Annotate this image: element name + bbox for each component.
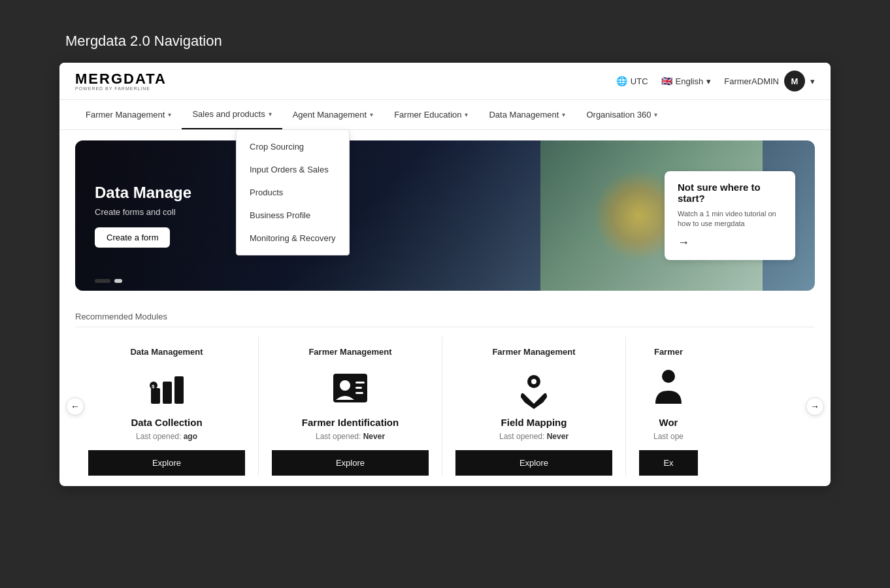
svg-text:$: $ (152, 384, 155, 389)
flag-icon (661, 76, 672, 86)
recommended-title: Recommended Modules (75, 312, 815, 327)
globe-icon (616, 76, 627, 86)
dropdown-item-input-orders-sales[interactable]: Input Orders & Sales (237, 158, 349, 181)
navbar: Farmer Management Sales and products Age… (59, 100, 831, 130)
nav-chevron-sales-products (269, 110, 272, 118)
app-container: MERGDATA POWERED BY FARMERLINE UTC Engli… (59, 63, 831, 486)
timezone-label: UTC (631, 76, 648, 86)
next-module-button[interactable]: → (806, 397, 824, 416)
create-form-button[interactable]: Create a form (95, 227, 170, 248)
explore-button-2[interactable]: Explore (272, 450, 429, 476)
nav-label-organisation-360: Organisation 360 (586, 110, 651, 120)
nav-item-farmer-management[interactable]: Farmer Management (75, 101, 182, 129)
nav-chevron-farmer-management (168, 111, 171, 118)
modules-row: Data Management $ Data Collection La (75, 336, 815, 476)
svg-point-11 (531, 379, 536, 384)
dropdown-item-monitoring-recovery[interactable]: Monitoring & Recovery (237, 227, 349, 250)
username-label: FarmerADMIN (724, 76, 779, 86)
language-selector[interactable]: English (661, 76, 712, 86)
hero-banner: Data Manage Create forms and coll Create… (75, 140, 815, 291)
page-title: Mergdata 2.0 Navigation (65, 33, 222, 50)
module-last-opened-1: Last opened: ago (136, 432, 197, 441)
modules-container: ← Data Management $ (75, 336, 815, 476)
header: MERGDATA POWERED BY FARMERLINE UTC Engli… (59, 63, 831, 100)
hero-title: Data Manage (95, 184, 191, 202)
module-card-farmer-identification: Farmer Management Farmer Ident (259, 336, 442, 476)
tutorial-text: Watch a 1 min video tutorial on how to u… (678, 209, 782, 229)
user-chevron-icon (810, 76, 815, 86)
module-name-2: Farmer Identification (302, 417, 399, 428)
module-category-2: Farmer Management (308, 347, 391, 357)
svg-rect-0 (151, 388, 160, 404)
nav-chevron-farmer-education (465, 111, 468, 118)
dropdown-item-crop-sourcing[interactable]: Crop Sourcing (237, 135, 349, 158)
explore-button-1[interactable]: Explore (88, 450, 245, 476)
page-wrapper: Mergdata 2.0 Navigation MERGDATA POWERED… (13, 13, 877, 588)
avatar: M (784, 71, 805, 91)
svg-rect-2 (174, 376, 184, 404)
farmer-identification-icon (329, 367, 371, 409)
svg-rect-7 (355, 382, 365, 384)
module-name-4: Wor (659, 417, 678, 428)
prev-module-button[interactable]: ← (66, 397, 84, 416)
module-name-1: Data Collection (131, 417, 202, 428)
nav-label-data-management: Data Management (489, 110, 559, 120)
module-category-1: Data Management (130, 347, 203, 357)
language-label: English (676, 76, 704, 86)
recommended-section: Recommended Modules ← Data Management (59, 301, 831, 486)
module-name-3: Field Mapping (501, 417, 567, 428)
nav-item-organisation-360[interactable]: Organisation 360 (576, 101, 668, 129)
dropdown-item-products[interactable]: Products (237, 181, 349, 204)
nav-item-farmer-education[interactable]: Farmer Education (384, 101, 478, 129)
module-last-opened-4: Last ope (653, 432, 684, 441)
module-card-data-collection: Data Management $ Data Collection La (75, 336, 259, 476)
explore-button-3[interactable]: Explore (455, 450, 612, 476)
nav-label-farmer-management: Farmer Management (86, 110, 165, 120)
hero-content: Data Manage Create forms and coll Create… (95, 184, 191, 248)
nav-chevron-agent-management (370, 111, 373, 118)
svg-point-6 (340, 380, 350, 391)
svg-rect-8 (355, 387, 362, 389)
module-last-opened-3: Last opened: Never (499, 432, 569, 441)
module-last-opened-2: Last opened: Never (316, 432, 385, 441)
logo-sub: POWERED BY FARMERLINE (75, 86, 167, 91)
nav-label-farmer-education: Farmer Education (394, 110, 461, 120)
indicator-1[interactable] (95, 279, 110, 283)
indicator-2[interactable] (114, 279, 122, 283)
nav-chevron-data-management (562, 111, 565, 118)
hero-subtitle: Create forms and coll (95, 207, 191, 217)
nav-item-sales-products[interactable]: Sales and products (182, 100, 282, 129)
header-right: UTC English FarmerADMIN M (616, 71, 815, 91)
data-collection-icon: $ (146, 367, 188, 409)
logo: MERGDATA POWERED BY FARMERLINE (75, 72, 167, 91)
field-mapping-icon (513, 367, 555, 409)
svg-rect-1 (163, 382, 172, 404)
module-category-3: Farmer Management (492, 347, 575, 357)
nav-label-sales-products: Sales and products (192, 109, 265, 119)
nav-item-data-management[interactable]: Data Management (478, 101, 576, 129)
module-card-worker: Farmer Wor Last ope Ex (626, 336, 698, 476)
svg-point-12 (662, 370, 675, 383)
tutorial-title: Not sure where to start? (678, 182, 782, 204)
nav-item-agent-management[interactable]: Agent Management (282, 101, 384, 129)
sales-products-dropdown: Crop Sourcing Input Orders & Sales Produ… (236, 129, 350, 255)
tutorial-arrow-icon[interactable]: → (678, 236, 689, 249)
user-menu[interactable]: FarmerADMIN M (724, 71, 815, 91)
worker-icon (648, 367, 689, 409)
timezone-display: UTC (616, 76, 648, 86)
explore-button-4[interactable]: Ex (639, 450, 698, 476)
svg-rect-9 (355, 392, 363, 394)
hero-indicators (95, 279, 122, 283)
tutorial-box: Not sure where to start? Watch a 1 min v… (665, 171, 795, 260)
chevron-down-icon (706, 76, 711, 86)
dropdown-item-business-profile[interactable]: Business Profile (237, 204, 349, 227)
nav-chevron-organisation-360 (654, 111, 657, 118)
module-card-field-mapping: Farmer Management Field Mapping Last ope… (442, 336, 626, 476)
logo-main: MERGDATA (75, 72, 167, 86)
module-category-4: Farmer (654, 347, 683, 357)
nav-label-agent-management: Agent Management (293, 110, 367, 120)
